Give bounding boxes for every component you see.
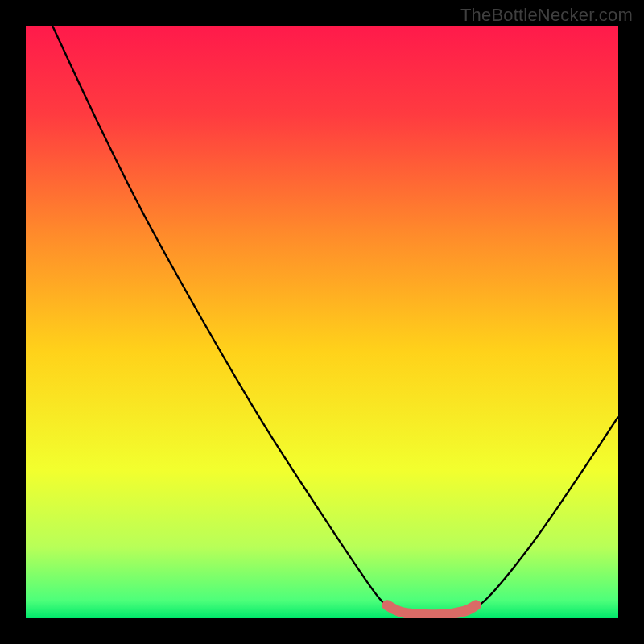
chart-frame: TheBottleNecker.com	[0, 0, 644, 644]
watermark-text: TheBottleNecker.com	[460, 5, 633, 26]
chart-svg	[26, 26, 618, 618]
plot-area	[26, 26, 618, 618]
gradient-background	[26, 26, 618, 618]
